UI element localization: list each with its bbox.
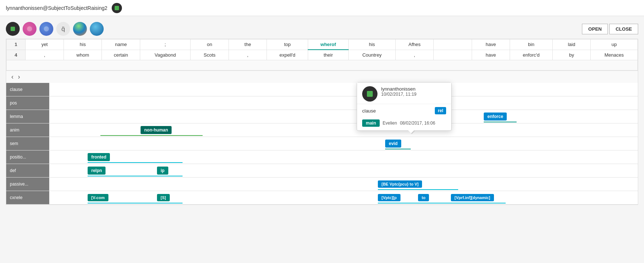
table-row-empty	[7, 60, 638, 70]
anno-content-lemma[interactable]: say enforce	[49, 110, 638, 123]
cell[interactable]	[434, 39, 472, 50]
cell[interactable]: certain	[102, 50, 140, 60]
anno-content-clause[interactable]: rel	[49, 83, 638, 96]
anno-content-def[interactable]: relpn ip	[49, 164, 638, 177]
icon-blue-btn[interactable]	[39, 22, 53, 36]
popup-footer: main Evelien 08/02/2017, 16:06	[357, 117, 451, 130]
cell[interactable]: on	[191, 39, 229, 50]
anno-label-passive: passive...	[6, 178, 49, 191]
anno-row-pos: pos bep	[6, 96, 638, 110]
cell[interactable]: whom	[64, 50, 102, 60]
cell[interactable]: his	[349, 39, 396, 50]
anno-row-positio: positio... fronted	[6, 150, 638, 164]
next-button[interactable]: ›	[16, 72, 22, 81]
anno-content-pos[interactable]: bep	[49, 96, 638, 110]
cell[interactable]: Countrey	[349, 50, 396, 60]
popup-user-info: lynnanthonissen 10/02/2017, 11:19	[381, 86, 446, 97]
anno-label-anim: anim	[6, 123, 49, 137]
cell[interactable]: laid	[552, 39, 591, 50]
icon-teal-btn[interactable]	[90, 22, 104, 36]
anno-row-lemma: lemma say enforce	[6, 110, 638, 123]
cell-wherof[interactable]: wherof	[308, 39, 349, 50]
cell[interactable]	[434, 50, 472, 60]
anno-content-passive[interactable]: [BE Vptc{pcu} to V]	[49, 178, 638, 191]
row-num-4: 4	[7, 50, 26, 60]
chip-relpn[interactable]: relpn	[88, 167, 106, 175]
cell[interactable]: enforc'd	[510, 50, 553, 60]
icon-dark-btn[interactable]	[6, 22, 20, 36]
anno-label-clause: clause	[6, 83, 49, 96]
anno-row-cxnele: cxnele [V-com [S] [Vptc][p to [Vprf.inf]…	[6, 191, 638, 205]
anno-row-def: def relpn ip	[6, 164, 638, 178]
cell[interactable]: bin	[510, 39, 553, 50]
anno-label-sem: sem	[6, 137, 49, 150]
avatar[interactable]	[112, 3, 122, 13]
cell[interactable]: the	[229, 39, 267, 50]
cell[interactable]: expell'd	[267, 50, 308, 60]
close-button[interactable]: CLOSE	[609, 24, 638, 34]
main-area: q̈ OPEN CLOSE 1 yet his name ;	[0, 16, 644, 263]
chip-to[interactable]: to	[418, 194, 429, 201]
chip-vprf-inf[interactable]: [Vprf.inf][dynamic]	[451, 194, 494, 201]
cell[interactable]: Vagabond	[140, 50, 191, 60]
popup-footer-date: 08/02/2017, 16:06	[400, 121, 435, 126]
cell[interactable]: yet	[26, 39, 64, 50]
cell[interactable]: Menaces	[591, 50, 638, 60]
popup-arrow-inner	[408, 130, 414, 133]
data-table: 1 yet his name ; on the top wherof his A…	[6, 39, 638, 70]
chip-fronted[interactable]: fronted	[88, 153, 110, 161]
data-table-wrapper: 1 yet his name ; on the top wherof his A…	[6, 39, 638, 70]
anno-content-positio[interactable]: fronted	[49, 150, 638, 164]
cell[interactable]: his	[64, 39, 102, 50]
popup-rel-tag[interactable]: rel	[435, 107, 446, 114]
cell[interactable]: ,	[229, 50, 267, 60]
anno-label-positio: positio...	[6, 150, 49, 164]
empty-cell	[7, 60, 638, 70]
chip-enforce[interactable]: enforce	[484, 113, 507, 121]
anno-content-cxnele[interactable]: [V-com [S] [Vptc][p to [Vprf.inf][dynami…	[49, 191, 638, 204]
cell[interactable]: Scots	[191, 50, 229, 60]
cell[interactable]: up	[591, 39, 638, 50]
anno-row-clause: clause rel	[6, 83, 638, 96]
cell[interactable]: their	[308, 50, 349, 60]
cell[interactable]: have	[472, 50, 510, 60]
chip-be-vptc[interactable]: [BE Vptc{pcu} to V]	[378, 180, 422, 188]
toolbar-icons: q̈	[6, 22, 104, 36]
icon-multi-btn[interactable]	[73, 22, 87, 36]
popup-clause-label: clause	[362, 108, 432, 114]
cell[interactable]: by	[552, 50, 591, 60]
prev-button[interactable]: ‹	[9, 72, 16, 81]
anno-row-anim: anim non-human	[6, 123, 638, 137]
chip-ip[interactable]: ip	[157, 167, 168, 175]
cell[interactable]: have	[472, 39, 510, 50]
blue-icon-highlight	[44, 26, 49, 31]
nav-row: ‹ ›	[6, 70, 638, 83]
toolbar: q̈ OPEN CLOSE	[6, 22, 638, 36]
cell[interactable]: Afhes	[395, 39, 434, 50]
anno-content-anim[interactable]: non-human	[49, 123, 638, 137]
icon-char-btn[interactable]: q̈	[56, 22, 70, 36]
popup-main-tag[interactable]: main	[362, 119, 380, 127]
anno-label-cxnele: cxnele	[6, 191, 49, 204]
chip-v-com[interactable]: [V-com	[88, 194, 108, 201]
anno-row-sem: sem evid	[6, 137, 638, 150]
anno-content-sem[interactable]: evid	[49, 137, 638, 150]
content-panel: 1 yet his name ; on the top wherof his A…	[6, 39, 638, 205]
annotation-popup: lynnanthonissen 10/02/2017, 11:19 clause…	[357, 82, 452, 131]
chip-vptc-p[interactable]: [Vptc][p	[378, 194, 400, 201]
icon-pink-btn[interactable]	[23, 22, 37, 36]
cell[interactable]: ,	[395, 50, 434, 60]
app-title: lynnanthonissen@SubjectToSubjectRaising2	[6, 5, 107, 11]
anno-label-pos: pos	[6, 96, 49, 110]
cell[interactable]: name	[102, 39, 140, 50]
cell[interactable]: ;	[140, 39, 191, 50]
cell[interactable]: ,	[26, 50, 64, 60]
chip-s[interactable]: [S]	[157, 194, 170, 201]
row-num-1: 1	[7, 39, 26, 50]
popup-date: 10/02/2017, 11:19	[381, 92, 446, 97]
open-button[interactable]: OPEN	[582, 24, 608, 34]
table-row-4: 4 , whom certain Vagabond Scots , expell…	[7, 50, 638, 60]
chip-non-human[interactable]: non-human	[141, 126, 172, 134]
chip-evid[interactable]: evid	[385, 140, 401, 148]
cell[interactable]: top	[267, 39, 308, 50]
